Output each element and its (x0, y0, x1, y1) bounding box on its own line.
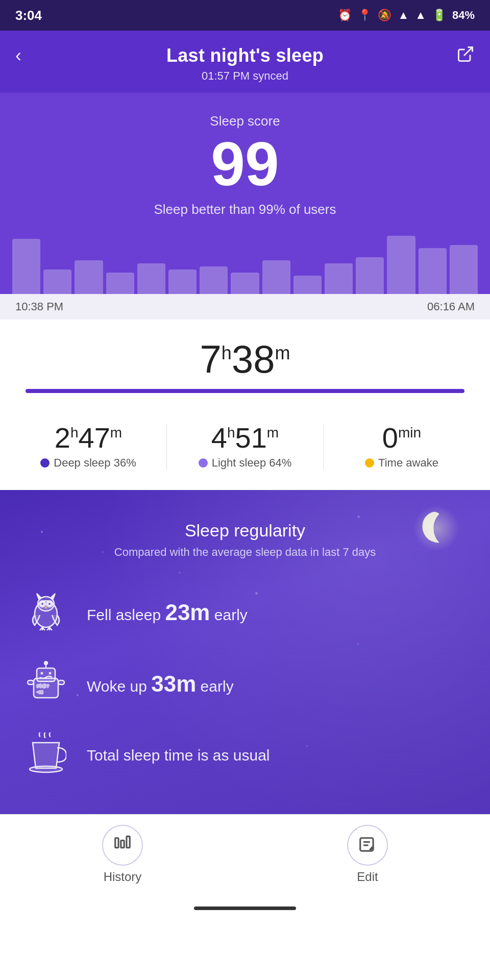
alarm-icon: ⏰ (338, 9, 352, 22)
duration-progress-bar (26, 389, 464, 393)
deep-sleep-label: Deep sleep 36% (10, 456, 166, 470)
history-label: History (104, 870, 142, 884)
share-button[interactable] (456, 45, 475, 67)
chart-bar (262, 260, 290, 294)
svg-rect-27 (28, 680, 34, 684)
page-title: Last night's sleep (31, 45, 459, 66)
light-hours: 4 (211, 422, 227, 454)
light-sleep-value: 4h51m (167, 424, 323, 452)
fell-asleep-highlight: 23m (165, 600, 210, 625)
light-sleep-label: Light sleep 64% (167, 456, 323, 470)
woke-up-prefix: Woke up (87, 678, 151, 695)
home-indicator (0, 899, 490, 915)
woke-up-text: Woke up 33m early (87, 671, 234, 697)
deep-sleep-stat: 2h47m Deep sleep 36% (10, 424, 166, 470)
svg-point-8 (41, 602, 44, 605)
chart-bar (168, 270, 197, 294)
regularity-items: Fell asleep 23m early (26, 590, 464, 778)
deep-sleep-value: 2h47m (10, 424, 166, 452)
sleep-score-value: 99 (10, 133, 480, 194)
svg-text:#$@?: #$@? (37, 683, 49, 689)
awake-dot (365, 458, 374, 468)
nav-edit[interactable]: Edit (347, 825, 388, 884)
svg-line-0 (464, 47, 473, 56)
fell-asleep-item: Fell asleep 23m early (26, 590, 464, 635)
deep-hours-unit: h (70, 425, 79, 440)
duration-minutes: 38 (232, 337, 275, 381)
bottom-nav: History Edit (0, 814, 490, 899)
svg-marker-5 (51, 594, 55, 599)
status-time: 3:04 (15, 8, 42, 23)
deep-hours: 2 (55, 422, 70, 454)
home-bar (194, 906, 296, 910)
fell-asleep-suffix: early (210, 606, 248, 623)
deep-sleep-dot (40, 458, 50, 468)
regularity-title: Sleep regularity (26, 521, 464, 541)
robot-icon: #$@? <1! (26, 661, 71, 707)
chart-bar (200, 266, 228, 294)
deep-minutes-unit: m (110, 425, 122, 440)
chart-bar (325, 263, 353, 294)
light-minutes-unit: m (267, 425, 279, 440)
chart-bar (12, 239, 40, 294)
light-minutes: 51 (235, 422, 267, 454)
signal-icon: ▲ (415, 9, 426, 22)
time-labels: 10:38 PM 06:16 AM (0, 294, 490, 320)
svg-rect-30 (115, 838, 118, 848)
sleep-stats: 2h47m Deep sleep 36% 4h51m Light sleep 6… (0, 419, 490, 490)
duration-display: 7h38m (20, 340, 470, 379)
coffee-icon (26, 732, 71, 778)
chart-end-time: 06:16 AM (427, 300, 475, 313)
chart-bar (419, 248, 447, 294)
svg-rect-28 (58, 680, 64, 684)
sleep-score-comparison: Sleep better than 99% of users (10, 202, 480, 217)
header: ‹ Last night's sleep 01:57 PM synced (0, 31, 490, 93)
woke-up-suffix: early (196, 678, 233, 695)
awake-text: Time awake (378, 456, 438, 470)
edit-label: Edit (357, 870, 378, 884)
owl-icon (26, 590, 71, 635)
sleep-score-label: Sleep score (10, 113, 480, 129)
svg-text:<1!: <1! (37, 690, 43, 695)
awake-value: 0min (324, 424, 480, 452)
chart-bar (356, 257, 384, 294)
total-sleep-desc: Total sleep time is as usual (87, 747, 270, 764)
chart-bar (43, 270, 71, 294)
chart-bar (450, 245, 478, 294)
svg-marker-4 (37, 594, 41, 599)
duration-section: 7h38m (0, 320, 490, 419)
total-sleep-item: Total sleep time is as usual (26, 732, 464, 778)
chart-bar (231, 273, 259, 294)
regularity-subtitle: Compared with the average sleep data in … (26, 546, 464, 559)
fell-asleep-prefix: Fell asleep (87, 606, 165, 623)
edit-icon (347, 825, 388, 866)
sync-time: 01:57 PM synced (31, 69, 459, 83)
chart-bar (106, 273, 134, 294)
duration-minutes-unit: m (275, 342, 290, 363)
regularity-section: Sleep regularity Compared with the avera… (0, 490, 490, 814)
chart-bar (75, 260, 103, 294)
light-hours-unit: h (227, 425, 235, 440)
duration-hours-unit: h (222, 342, 232, 363)
awake-unit: min (398, 425, 421, 440)
battery-icon: 🔋 (432, 9, 446, 22)
status-icons: ⏰ 📍 🔕 ▲ ▲ 🔋 84% (338, 9, 475, 22)
history-icon (102, 825, 143, 866)
awake-stat: 0min Time awake (323, 424, 480, 470)
svg-rect-32 (127, 837, 130, 848)
deep-minutes: 47 (79, 422, 110, 454)
light-sleep-stat: 4h51m Light sleep 64% (166, 424, 323, 470)
location-icon: 📍 (358, 9, 372, 22)
back-button[interactable]: ‹ (15, 45, 21, 66)
awake-num: 0 (382, 422, 398, 454)
deep-sleep-text: Deep sleep 36% (54, 456, 136, 470)
svg-point-29 (30, 766, 62, 772)
battery-percent: 84% (452, 9, 475, 22)
status-bar: 3:04 ⏰ 📍 🔕 ▲ ▲ 🔋 84% (0, 0, 490, 31)
light-sleep-text: Light sleep 64% (212, 456, 292, 470)
woke-up-item: #$@? <1! Woke up 33m early (26, 661, 464, 707)
svg-rect-18 (37, 668, 55, 681)
light-sleep-dot (199, 458, 208, 468)
mute-icon: 🔕 (378, 9, 391, 22)
nav-history[interactable]: History (102, 825, 143, 884)
